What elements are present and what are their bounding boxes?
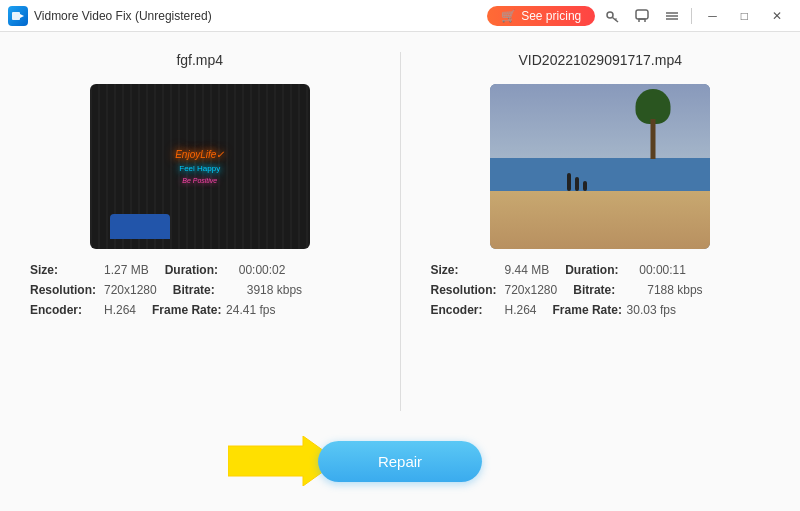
app-title: Vidmore Video Fix (Unregistered) [34,9,212,23]
logo-icon [8,6,28,26]
left-info: Size: 1.27 MB Duration: 00:00:02 Resolut… [30,263,370,323]
svg-rect-5 [636,10,648,19]
right-thumbnail [490,84,710,249]
left-duration: Duration: 00:00:02 [165,263,286,277]
repair-container: Repair [318,441,482,482]
right-filename: VID20221029091717.mp4 [519,52,682,68]
right-info-row-2: Resolution: 720x1280 Bitrate: 7188 kbps [431,283,771,297]
see-pricing-button[interactable]: 🛒 See pricing [487,6,595,26]
right-info-row-3: Encoder: H.264 Frame Rate: 30.03 fps [431,303,771,317]
beach-tree [635,89,670,159]
svg-point-2 [607,12,613,18]
right-bitrate: Bitrate: 7188 kbps [573,283,702,297]
left-framerate: Frame Rate: 24.41 fps [152,303,275,317]
titlebar-controls: 🛒 See pricing ─ □ ✕ [487,5,792,27]
right-info-row-1: Size: 9.44 MB Duration: 00:00:11 [431,263,771,277]
right-framerate: Frame Rate: 30.03 fps [553,303,676,317]
menu-button[interactable] [659,7,685,25]
couch-element [110,214,170,239]
close-button[interactable]: ✕ [762,5,792,27]
beach-sand [490,191,710,249]
main-content: fgf.mp4 EnjoyLife✓ Feel Happy Be Positiv… [0,32,800,511]
beach-people [567,173,587,191]
right-info: Size: 9.44 MB Duration: 00:00:11 Resolut… [431,263,771,323]
app-logo: Vidmore Video Fix (Unregistered) [8,6,212,26]
cart-icon: 🛒 [501,9,516,23]
left-thumbnail: EnjoyLife✓ Feel Happy Be Positive [90,84,310,249]
left-info-row-1: Size: 1.27 MB Duration: 00:00:02 [30,263,370,277]
key-button[interactable] [599,7,625,25]
bottom-area: Repair [0,411,800,511]
left-filename: fgf.mp4 [176,52,223,68]
titlebar: Vidmore Video Fix (Unregistered) 🛒 See p… [0,0,800,32]
minimize-button[interactable]: ─ [698,5,727,27]
right-resolution: Resolution: 720x1280 [431,283,558,297]
left-info-row-2: Resolution: 720x1280 Bitrate: 3918 kbps [30,283,370,297]
left-size: Size: 1.27 MB [30,263,149,277]
left-info-row-3: Encoder: H.264 Frame Rate: 24.41 fps [30,303,370,317]
left-bitrate: Bitrate: 3918 kbps [173,283,302,297]
svg-line-4 [615,18,617,20]
maximize-button[interactable]: □ [731,5,758,27]
separator [691,8,692,24]
neon-sign: EnjoyLife✓ Feel Happy Be Positive [155,127,245,207]
repair-button[interactable]: Repair [318,441,482,482]
left-encoder: Encoder: H.264 [30,303,136,317]
svg-rect-0 [12,12,20,20]
svg-marker-1 [20,14,24,18]
left-resolution: Resolution: 720x1280 [30,283,157,297]
right-duration: Duration: 00:00:11 [565,263,686,277]
chat-button[interactable] [629,7,655,25]
right-size: Size: 9.44 MB [431,263,550,277]
right-encoder: Encoder: H.264 [431,303,537,317]
